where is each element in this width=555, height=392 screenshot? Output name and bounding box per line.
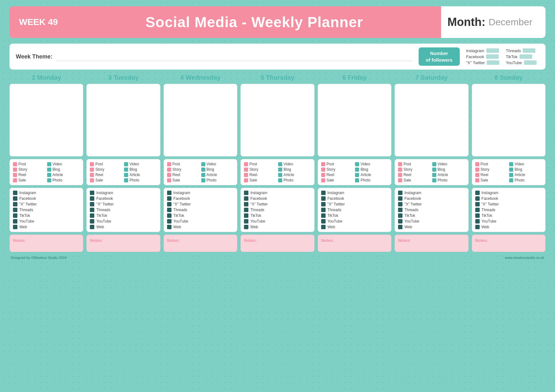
thursday-web[interactable]: Web <box>244 225 311 229</box>
tuesday-reel-check[interactable]: Reel <box>90 173 123 177</box>
monday-tiktok[interactable]: TikTok <box>13 213 80 218</box>
friday-sale-check[interactable]: Sale <box>321 178 354 182</box>
wednesday-post-check[interactable]: Post <box>167 162 200 166</box>
monday-threads[interactable]: Threads <box>13 208 80 212</box>
wednesday-threads[interactable]: Threads <box>167 208 234 212</box>
wednesday-sale-check[interactable]: Sale <box>167 178 200 182</box>
thursday-story-check[interactable]: Story <box>244 167 277 172</box>
friday-notes-box[interactable]: Notes: <box>318 235 391 252</box>
sunday-notes-box[interactable]: Notes: <box>472 235 546 252</box>
tuesday-web[interactable]: Web <box>90 225 157 229</box>
tuesday-photo-check[interactable]: Photo <box>124 178 157 182</box>
tuesday-blog-check[interactable]: Blog <box>124 167 157 172</box>
saturday-main-box[interactable] <box>395 84 468 156</box>
thursday-article-check[interactable]: Article <box>278 173 311 177</box>
monday-instagram[interactable]: Instagram <box>13 191 80 195</box>
wednesday-video-check[interactable]: Video <box>201 162 234 166</box>
thursday-reel-check[interactable]: Reel <box>244 173 277 177</box>
saturday-video-check[interactable]: Video <box>432 162 465 166</box>
sunday-threads[interactable]: Threads <box>475 208 542 212</box>
saturday-blog-check[interactable]: Blog <box>432 167 465 172</box>
monday-notes-box[interactable]: Notes: <box>9 235 83 252</box>
friday-reel-check[interactable]: Reel <box>321 173 354 177</box>
sunday-tiktok[interactable]: TikTok <box>475 213 542 218</box>
sunday-instagram[interactable]: Instagram <box>475 191 542 195</box>
thursday-tiktok[interactable]: TikTok <box>244 213 311 218</box>
thursday-notes-box[interactable]: Notes: <box>240 235 314 252</box>
saturday-facebook[interactable]: Facebook <box>398 196 465 201</box>
thursday-sale-check[interactable]: Sale <box>244 178 277 182</box>
thursday-threads[interactable]: Threads <box>244 208 311 212</box>
saturday-post-check[interactable]: Post <box>398 162 431 166</box>
sunday-twitter[interactable]: "X" Twitter <box>475 202 542 206</box>
saturday-web[interactable]: Web <box>398 225 465 229</box>
friday-threads[interactable]: Threads <box>321 208 388 212</box>
saturday-story-check[interactable]: Story <box>398 167 431 172</box>
tuesday-video-check[interactable]: Video <box>124 162 157 166</box>
sunday-video-check[interactable]: Video <box>509 162 542 166</box>
wednesday-youtube[interactable]: YouTube <box>167 219 234 224</box>
wednesday-photo-check[interactable]: Photo <box>201 178 234 182</box>
thursday-main-box[interactable] <box>240 84 314 156</box>
monday-video-check[interactable]: Video <box>47 162 80 166</box>
saturday-notes-box[interactable]: Notes: <box>395 235 468 252</box>
friday-video-check[interactable]: Video <box>355 162 388 166</box>
sunday-main-box[interactable] <box>472 84 546 156</box>
wednesday-facebook[interactable]: Facebook <box>167 196 234 201</box>
saturday-photo-check[interactable]: Photo <box>432 178 465 182</box>
tuesday-post-check[interactable]: Post <box>90 162 123 166</box>
week-theme-input[interactable] <box>56 52 412 61</box>
wednesday-twitter[interactable]: "X" Twitter <box>167 202 234 206</box>
saturday-tiktok[interactable]: TikTok <box>398 213 465 218</box>
friday-story-check[interactable]: Story <box>321 167 354 172</box>
saturday-youtube[interactable]: YouTube <box>398 219 465 224</box>
tuesday-instagram[interactable]: Instagram <box>90 191 157 195</box>
wednesday-instagram[interactable]: Instagram <box>167 191 234 195</box>
thursday-video-check[interactable]: Video <box>278 162 311 166</box>
friday-tiktok[interactable]: TikTok <box>321 213 388 218</box>
thursday-youtube[interactable]: YouTube <box>244 219 311 224</box>
tuesday-twitter[interactable]: "X" Twitter <box>90 202 157 206</box>
thursday-blog-check[interactable]: Blog <box>278 167 311 172</box>
tuesday-tiktok[interactable]: TikTok <box>90 213 157 218</box>
saturday-instagram[interactable]: Instagram <box>398 191 465 195</box>
wednesday-notes-box[interactable]: Notes: <box>164 235 237 252</box>
monday-blog-check[interactable]: Blog <box>47 167 80 172</box>
friday-blog-check[interactable]: Blog <box>355 167 388 172</box>
thursday-instagram[interactable]: Instagram <box>244 191 311 195</box>
wednesday-story-check[interactable]: Story <box>167 167 200 172</box>
sunday-story-check[interactable]: Story <box>475 167 508 172</box>
tuesday-notes-box[interactable]: Notes: <box>86 235 160 252</box>
tuesday-sale-check[interactable]: Sale <box>90 178 123 182</box>
monday-main-box[interactable] <box>9 84 83 156</box>
monday-post-check[interactable]: Post <box>13 162 46 166</box>
wednesday-main-box[interactable] <box>164 84 237 156</box>
friday-main-box[interactable] <box>318 84 391 156</box>
thursday-facebook[interactable]: Facebook <box>244 196 311 201</box>
monday-photo-check[interactable]: Photo <box>47 178 80 182</box>
friday-twitter[interactable]: "X" Twitter <box>321 202 388 206</box>
wednesday-reel-check[interactable]: Reel <box>167 173 200 177</box>
monday-sale-check[interactable]: Sale <box>13 178 46 182</box>
thursday-twitter[interactable]: "X" Twitter <box>244 202 311 206</box>
sunday-facebook[interactable]: Facebook <box>475 196 542 201</box>
wednesday-article-check[interactable]: Article <box>201 173 234 177</box>
friday-facebook[interactable]: Facebook <box>321 196 388 201</box>
saturday-reel-check[interactable]: Reel <box>398 173 431 177</box>
friday-post-check[interactable]: Post <box>321 162 354 166</box>
thursday-photo-check[interactable]: Photo <box>278 178 311 182</box>
sunday-post-check[interactable]: Post <box>475 162 508 166</box>
tuesday-story-check[interactable]: Story <box>90 167 123 172</box>
saturday-twitter[interactable]: "X" Twitter <box>398 202 465 206</box>
sunday-sale-check[interactable]: Sale <box>475 178 508 182</box>
monday-web[interactable]: Web <box>13 225 80 229</box>
wednesday-tiktok[interactable]: TikTok <box>167 213 234 218</box>
monday-facebook[interactable]: Facebook <box>13 196 80 201</box>
friday-youtube[interactable]: YouTube <box>321 219 388 224</box>
monday-article-check[interactable]: Article <box>47 173 80 177</box>
saturday-sale-check[interactable]: Sale <box>398 178 431 182</box>
tuesday-article-check[interactable]: Article <box>124 173 157 177</box>
thursday-post-check[interactable]: Post <box>244 162 277 166</box>
wednesday-blog-check[interactable]: Blog <box>201 167 234 172</box>
friday-photo-check[interactable]: Photo <box>355 178 388 182</box>
